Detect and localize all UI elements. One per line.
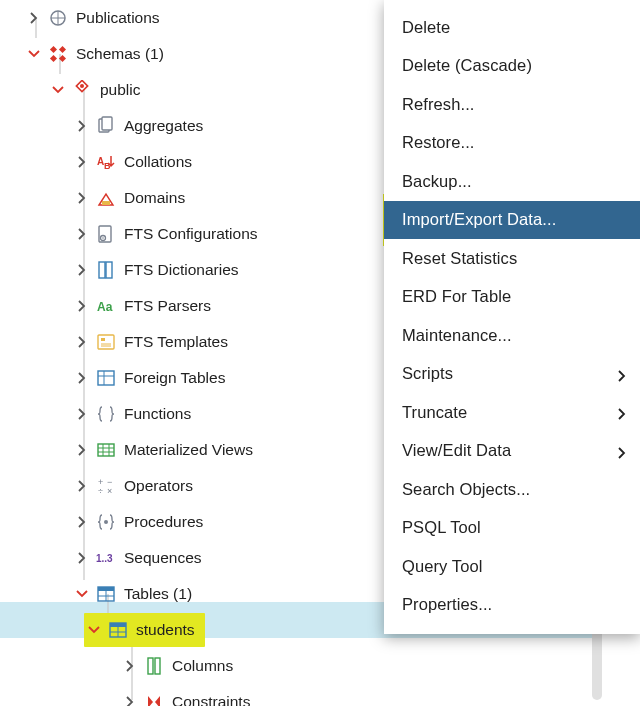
chevron-down-icon[interactable]	[76, 588, 88, 600]
tree-item-constraints[interactable]: Constraints	[0, 684, 385, 706]
svg-rect-16	[102, 201, 110, 205]
tables-icon	[96, 584, 116, 604]
tree-item-label: students	[136, 621, 195, 639]
tree-item-fts-configurations[interactable]: FTS Configurations	[0, 216, 385, 252]
chevron-right-icon[interactable]	[76, 228, 88, 240]
tree-item-fts-templates[interactable]: FTS Templates	[0, 324, 385, 360]
menu-item-delete-cascade[interactable]: Delete (Cascade)	[384, 47, 640, 86]
tree-item-label: Columns	[172, 657, 233, 675]
fts-templates-icon	[96, 332, 116, 352]
svg-text:÷: ÷	[98, 486, 103, 496]
tree-item-fts-parsers[interactable]: Aa FTS Parsers	[0, 288, 385, 324]
tree-item-tables[interactable]: Tables (1)	[0, 576, 385, 612]
publications-icon	[48, 8, 68, 28]
menu-item-query-tool[interactable]: Query Tool	[384, 547, 640, 586]
tree-item-public[interactable]: public	[0, 72, 385, 108]
svg-rect-13	[102, 117, 112, 130]
tree-item-sequences[interactable]: 1..3 Sequences	[0, 540, 385, 576]
menu-item-psql-tool[interactable]: PSQL Tool	[384, 509, 640, 548]
menu-item-import-export[interactable]: Import/Export Data...	[384, 201, 640, 240]
columns-icon	[144, 656, 164, 676]
chevron-right-icon[interactable]	[76, 444, 88, 456]
menu-item-view-edit-data[interactable]: View/Edit Data	[384, 432, 640, 471]
svg-rect-7	[59, 46, 66, 53]
fts-parsers-icon: Aa	[96, 296, 116, 316]
chevron-right-icon[interactable]	[76, 300, 88, 312]
chevron-down-icon[interactable]	[88, 624, 100, 636]
chevron-right-icon[interactable]	[76, 120, 88, 132]
menu-item-maintenance[interactable]: Maintenance...	[384, 316, 640, 355]
chevron-right-icon[interactable]	[76, 516, 88, 528]
svg-rect-30	[98, 444, 114, 456]
chevron-right-icon	[616, 445, 628, 457]
tree-item-aggregates[interactable]: Aggregates	[0, 108, 385, 144]
tree-item-label: Tables (1)	[124, 585, 192, 603]
tree-item-columns[interactable]: Columns	[0, 648, 385, 684]
schema-icon	[72, 80, 92, 100]
chevron-right-icon[interactable]	[76, 480, 88, 492]
tree-item-label: Operators	[124, 477, 193, 495]
tree-item-procedures[interactable]: Procedures	[0, 504, 385, 540]
tree-item-collations[interactable]: AB Collations	[0, 144, 385, 180]
sequences-icon: 1..3	[96, 548, 116, 568]
table-icon	[108, 620, 128, 640]
tree-item-label: FTS Configurations	[124, 225, 258, 243]
svg-rect-9	[59, 55, 66, 62]
tree-item-label: Constraints	[172, 693, 250, 706]
tree-item-functions[interactable]: Functions	[0, 396, 385, 432]
menu-item-properties[interactable]: Properties...	[384, 586, 640, 625]
svg-rect-50	[155, 658, 160, 674]
tree-item-label: Procedures	[124, 513, 203, 531]
tree-item-label: Sequences	[124, 549, 202, 567]
chevron-right-icon[interactable]	[76, 552, 88, 564]
schemas-icon	[48, 44, 68, 64]
svg-rect-8	[50, 55, 57, 62]
svg-text:Aa: Aa	[97, 300, 113, 314]
tree-item-label: Domains	[124, 189, 185, 207]
chevron-right-icon[interactable]	[28, 12, 40, 24]
menu-item-reset-statistics[interactable]: Reset Statistics	[384, 239, 640, 278]
chevron-down-icon[interactable]	[28, 48, 40, 60]
tree-item-label: public	[100, 81, 141, 99]
tree-item-label: FTS Templates	[124, 333, 228, 351]
menu-item-refresh[interactable]: Refresh...	[384, 85, 640, 124]
tree-item-schemas[interactable]: Schemas (1)	[0, 36, 385, 72]
context-menu: Delete Delete (Cascade) Refresh... Resto…	[384, 0, 640, 634]
operators-icon: +−÷×	[96, 476, 116, 496]
chevron-right-icon[interactable]	[76, 156, 88, 168]
tree-item-label: FTS Parsers	[124, 297, 211, 315]
chevron-right-icon[interactable]	[76, 372, 88, 384]
chevron-right-icon[interactable]	[124, 660, 136, 672]
menu-item-delete[interactable]: Delete	[384, 8, 640, 47]
chevron-right-icon[interactable]	[76, 192, 88, 204]
tree-item-label: Materialized Views	[124, 441, 253, 459]
tree-item-students[interactable]: students	[0, 612, 385, 648]
tree-item-fts-dictionaries[interactable]: FTS Dictionaries	[0, 252, 385, 288]
menu-item-truncate[interactable]: Truncate	[384, 393, 640, 432]
menu-item-restore[interactable]: Restore...	[384, 124, 640, 163]
menu-item-backup[interactable]: Backup...	[384, 162, 640, 201]
tree-item-domains[interactable]: Domains	[0, 180, 385, 216]
menu-item-erd[interactable]: ERD For Table	[384, 278, 640, 317]
svg-rect-23	[98, 335, 114, 349]
tree-item-label: FTS Dictionaries	[124, 261, 239, 279]
tree-item-operators[interactable]: +−÷× Operators	[0, 468, 385, 504]
chevron-right-icon[interactable]	[76, 264, 88, 276]
svg-point-39	[104, 520, 108, 524]
chevron-right-icon[interactable]	[76, 336, 88, 348]
chevron-right-icon	[616, 368, 628, 380]
tree-item-label: Publications	[76, 9, 160, 27]
chevron-right-icon[interactable]	[124, 696, 136, 706]
menu-item-search-objects[interactable]: Search Objects...	[384, 470, 640, 509]
menu-item-scripts[interactable]: Scripts	[384, 355, 640, 394]
svg-point-11	[80, 84, 84, 88]
tree-item-label: Functions	[124, 405, 191, 423]
chevron-down-icon[interactable]	[52, 84, 64, 96]
chevron-right-icon[interactable]	[76, 408, 88, 420]
tree-item-materialized-views[interactable]: Materialized Views	[0, 432, 385, 468]
tree-item-foreign-tables[interactable]: Foreign Tables	[0, 360, 385, 396]
svg-rect-42	[98, 587, 114, 591]
svg-rect-20	[99, 262, 105, 278]
svg-point-19	[102, 237, 104, 239]
tree-item-publications[interactable]: Publications	[0, 0, 385, 36]
